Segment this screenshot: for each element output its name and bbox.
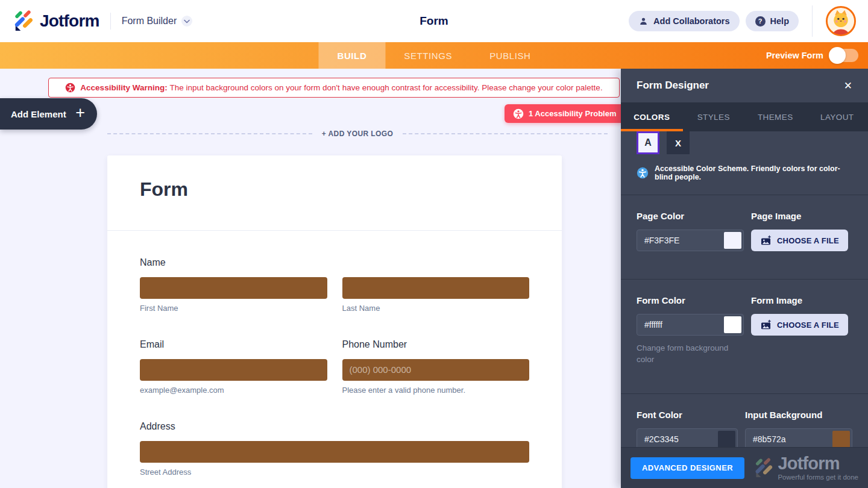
designer-tab-styles[interactable]: STYLES: [683, 102, 745, 131]
accessibility-icon: [637, 167, 649, 179]
tab-build[interactable]: BUILD: [318, 42, 385, 69]
add-collaborators-label: Add Collaborators: [653, 16, 729, 26]
jotform-logo-icon: [753, 458, 773, 478]
form-designer-panel: Form Designer ✕ COLORS STYLES THEMES LAY…: [621, 69, 868, 488]
add-collaborators-button[interactable]: Add Collaborators: [629, 11, 739, 31]
panel-title: Form Designer: [637, 80, 709, 92]
avatar[interactable]: [826, 6, 856, 36]
phone-placeholder: (000) 000-0000: [342, 359, 530, 381]
street-address-input[interactable]: [140, 441, 529, 463]
font-color-input[interactable]: #2C3345: [637, 428, 738, 447]
page-color-input[interactable]: #F3F3FE: [637, 230, 744, 251]
street-address-sublabel: Street Address: [140, 468, 529, 477]
page-image-choose-file-button[interactable]: CHOOSE A FILE: [751, 230, 848, 251]
phone-field-element[interactable]: Phone Number (000) 000-0000 Please enter…: [342, 339, 530, 395]
choose-file-label: CHOOSE A FILE: [777, 236, 839, 245]
builder-nav: BUILD SETTINGS PUBLISH Preview Form: [0, 42, 868, 69]
name-field-element[interactable]: Name First Name Last Name: [140, 257, 529, 313]
help-button[interactable]: ? Help: [746, 11, 799, 31]
input-background-input[interactable]: #8b572a: [745, 428, 852, 447]
last-name-input[interactable]: [342, 277, 530, 299]
app-name-label: Form Builder: [122, 16, 177, 27]
add-logo-button[interactable]: + ADD YOUR LOGO: [107, 130, 608, 138]
phone-input[interactable]: (000) 000-0000: [342, 359, 530, 381]
jotform-logo[interactable]: Jotform: [12, 10, 99, 32]
form-image-label: Form Image: [751, 295, 848, 305]
form-image-choose-file-button[interactable]: CHOOSE A FILE: [751, 314, 848, 336]
watermark-brand: Jotform: [778, 455, 858, 472]
add-logo-label: + ADD YOUR LOGO: [322, 130, 393, 138]
designer-tab-colors[interactable]: COLORS: [621, 102, 683, 131]
form-canvas: Accessibility Warning: The input backgro…: [0, 69, 868, 488]
form-color-input[interactable]: #ffffff: [637, 314, 744, 336]
advanced-designer-button[interactable]: ADVANCED DESIGNER: [631, 457, 744, 479]
add-element-button[interactable]: Add Element +: [0, 98, 97, 130]
accessible-note: Accessible Color Scheme. Friendly colors…: [655, 164, 852, 181]
header-divider: [812, 5, 813, 37]
address-label: Address: [140, 421, 529, 432]
toggle-knob: [829, 47, 846, 64]
form-color-swatch[interactable]: [724, 316, 741, 333]
page-color-swatch[interactable]: [724, 232, 741, 249]
accessibility-problem-badge[interactable]: 1 Accessibility Problem: [505, 104, 624, 123]
close-icon[interactable]: ✕: [844, 81, 852, 91]
jotform-logo-icon: [12, 10, 34, 32]
tab-publish[interactable]: PUBLISH: [471, 42, 549, 69]
page-color-label: Page Color: [637, 211, 744, 221]
input-background-swatch[interactable]: [832, 431, 850, 447]
jotform-watermark: Jotform Powerful forms get it done: [753, 455, 858, 481]
font-color-label: Font Color: [637, 410, 738, 420]
image-plus-icon: [760, 235, 772, 246]
question-icon: ?: [755, 16, 766, 27]
help-label: Help: [770, 16, 789, 26]
phone-label: Phone Number: [342, 339, 530, 350]
warning-title: Accessibility Warning:: [80, 83, 167, 92]
accessibility-icon: [65, 83, 75, 93]
address-field-element[interactable]: Address Street Address: [140, 421, 529, 477]
tab-settings[interactable]: SETTINGS: [385, 42, 471, 69]
top-header: Jotform Form Builder Form Add Collaborat…: [0, 0, 868, 42]
warning-message: The input background colors on your form…: [169, 83, 602, 92]
input-background-label: Input Background: [745, 410, 852, 420]
dashed-line: [107, 133, 312, 134]
form-card: Form Name First Name Last Name: [107, 155, 562, 488]
accessibility-warning-banner[interactable]: Accessibility Warning: The input backgro…: [48, 78, 620, 98]
page-title: Form: [420, 14, 448, 28]
font-color-swatch[interactable]: [718, 431, 735, 447]
email-phone-row: Email example@example.com Phone Number (…: [140, 339, 529, 395]
phone-sublabel: Please enter a valid phone number.: [342, 386, 530, 395]
first-name-sublabel: First Name: [140, 304, 327, 313]
form-header-element[interactable]: Form: [107, 155, 562, 231]
email-input[interactable]: [140, 359, 327, 381]
email-label: Email: [140, 339, 327, 350]
form-color-label: Form Color: [637, 295, 744, 305]
name-label: Name: [140, 257, 529, 268]
accessibility-icon: [513, 108, 524, 119]
form-color-helper: Change form background color: [637, 343, 736, 366]
preview-form-label: Preview Form: [766, 51, 823, 60]
accessibility-problem-label: 1 Accessibility Problem: [529, 109, 616, 118]
chevron-down-icon: [181, 16, 192, 27]
form-builder-dropdown[interactable]: Form Builder: [122, 16, 193, 27]
page-image-label: Page Image: [751, 211, 848, 221]
accessible-scheme-swatch[interactable]: A: [637, 131, 659, 154]
form-title[interactable]: Form: [140, 178, 529, 201]
person-icon: [638, 16, 649, 27]
email-sublabel: example@example.com: [140, 386, 327, 395]
dashed-line: [403, 133, 608, 134]
watermark-tagline: Powerful forms get it done: [778, 474, 858, 481]
brand-wordmark: Jotform: [40, 11, 99, 31]
designer-tab-themes[interactable]: THEMES: [744, 102, 807, 131]
email-field-element[interactable]: Email example@example.com: [140, 339, 327, 395]
no-scheme-swatch[interactable]: X: [667, 131, 690, 154]
font-color-value: #2C3345: [639, 434, 718, 444]
last-name-sublabel: Last Name: [342, 304, 530, 313]
plus-icon: +: [75, 105, 85, 121]
first-name-input[interactable]: [140, 277, 327, 299]
page-color-value: #F3F3FE: [639, 236, 724, 245]
preview-form-toggle[interactable]: [829, 49, 858, 62]
designer-tab-layout[interactable]: LAYOUT: [807, 102, 868, 131]
input-background-value: #8b572a: [747, 434, 832, 444]
header-divider: [110, 13, 111, 30]
choose-file-label: CHOOSE A FILE: [777, 321, 839, 330]
